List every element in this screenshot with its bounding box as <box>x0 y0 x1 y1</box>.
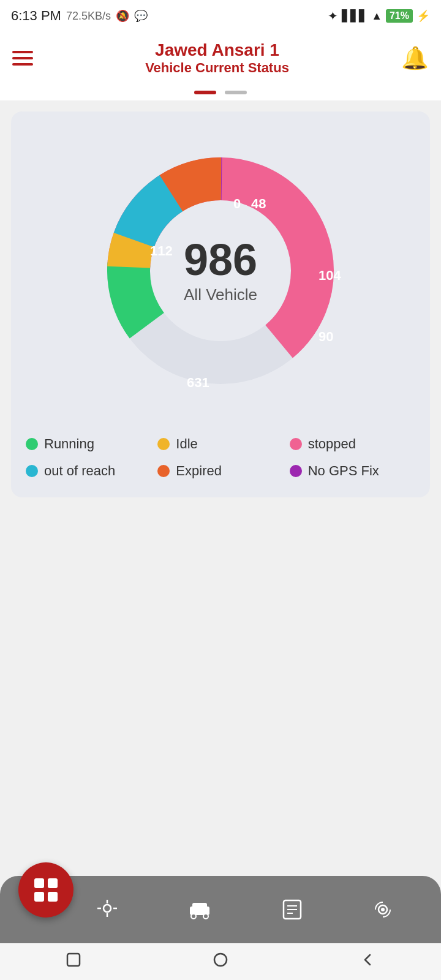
dot-2[interactable] <box>225 91 247 94</box>
nav-live-button[interactable] <box>372 899 394 921</box>
legend-item-out-of-reach: out of reach <box>26 463 151 479</box>
status-bar-right: ✦ ▋▋▋ ▲ 71% ⚡ <box>328 9 430 23</box>
running-legend-label: Running <box>44 436 94 452</box>
out-of-reach-dot <box>26 465 38 477</box>
main-content: 112 48 0 104 90 631 986 All Vehicle <box>0 100 441 508</box>
charging-icon: ⚡ <box>417 9 430 23</box>
svg-rect-11 <box>67 954 80 966</box>
system-back-button[interactable] <box>359 951 376 972</box>
vehicle-status-card: 112 48 0 104 90 631 986 All Vehicle <box>11 111 430 497</box>
data-speed-label: 72.5KB/s <box>66 10 111 23</box>
out-of-reach-legend-label: out of reach <box>44 463 115 479</box>
dot-1[interactable] <box>194 91 216 94</box>
whatsapp-icon: 💬 <box>134 9 148 23</box>
svg-point-12 <box>214 954 227 966</box>
expired-dot <box>157 465 170 477</box>
legend-item-no-gps: No GPS Fix <box>290 463 415 479</box>
fab-grid-icon <box>34 878 58 902</box>
nav-reports-button[interactable] <box>282 899 303 921</box>
legend-item-stopped: stopped <box>290 436 415 452</box>
signal-icon: ▋▋▋ <box>342 9 368 23</box>
system-navigation-bar <box>0 943 441 980</box>
header: Jawed Ansari 1 Vehicle Current Status 🔔 <box>0 32 441 82</box>
wifi-icon: ▲ <box>371 10 382 23</box>
expired-legend-label: Expired <box>176 463 222 479</box>
total-label: All Vehicle <box>184 285 257 304</box>
nav-location-button[interactable] <box>96 899 118 921</box>
status-bar: 6:13 PM 72.5KB/s 🔕 💬 ✦ ▋▋▋ ▲ 71% ⚡ <box>0 0 441 32</box>
total-count: 986 <box>184 238 257 282</box>
stopped-label: 631 <box>187 375 209 390</box>
menu-button[interactable] <box>12 51 33 66</box>
system-home-button[interactable] <box>212 951 229 972</box>
stopped-legend-label: stopped <box>308 436 356 452</box>
mute-icon: 🔕 <box>116 9 129 23</box>
time-label: 6:13 PM <box>11 8 61 24</box>
chart-legend: Running Idle stopped out of reach Expire… <box>26 436 415 479</box>
page-title-label: Vehicle Current Status <box>145 60 289 76</box>
svg-point-10 <box>381 908 385 911</box>
running-dot <box>26 438 38 450</box>
system-square-button[interactable] <box>65 951 82 972</box>
legend-item-running: Running <box>26 436 151 452</box>
legend-item-idle: Idle <box>157 436 283 452</box>
svg-point-3 <box>191 914 196 919</box>
bottom-spacer <box>0 508 441 643</box>
legend-item-expired: Expired <box>157 463 283 479</box>
battery-indicator: 71% <box>386 9 413 23</box>
idle-legend-label: Idle <box>176 436 197 452</box>
out-of-reach-label: 104 <box>318 268 341 283</box>
notification-bell-button[interactable]: 🔔 <box>401 45 429 71</box>
svg-rect-2 <box>192 903 207 909</box>
idle-dot <box>157 438 170 450</box>
donut-chart-container: 112 48 0 104 90 631 986 All Vehicle <box>80 130 361 412</box>
no-gps-dot <box>290 465 302 477</box>
user-name-label: Jawed Ansari 1 <box>145 40 289 60</box>
stopped-dot <box>290 438 302 450</box>
status-bar-left: 6:13 PM 72.5KB/s 🔕 💬 <box>11 8 148 24</box>
fab-button[interactable] <box>18 862 74 918</box>
expired-label: 90 <box>318 329 333 344</box>
running-label: 112 <box>150 243 173 258</box>
header-title-block: Jawed Ansari 1 Vehicle Current Status <box>145 40 289 76</box>
donut-center-text: 986 All Vehicle <box>184 238 257 304</box>
page-dots-indicator <box>0 82 441 100</box>
nav-car-button[interactable] <box>187 899 212 921</box>
svg-point-4 <box>203 914 208 919</box>
idle-label: 48 <box>251 196 266 211</box>
zero-label: 0 <box>233 196 241 211</box>
svg-point-0 <box>104 905 111 912</box>
bluetooth-icon: ✦ <box>328 9 338 23</box>
no-gps-legend-label: No GPS Fix <box>308 463 379 479</box>
